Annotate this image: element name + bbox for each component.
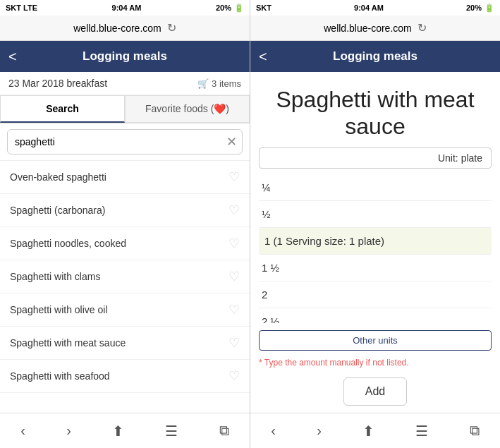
left-url-text: welld.blue-core.com	[73, 23, 161, 34]
right-time: 9:04 AM	[354, 4, 384, 12]
favorite-icon[interactable]: ♡	[228, 335, 240, 351]
tab-search[interactable]: Search	[0, 95, 125, 123]
favorite-icon[interactable]: ♡	[228, 169, 240, 185]
right-bookmarks-button[interactable]: ☰	[415, 423, 428, 440]
serving-item[interactable]: ½	[259, 201, 492, 228]
meal-header: 23 Mar 2018 breakfast 🛒 3 items	[0, 72, 250, 95]
tabs-button[interactable]: ⧉	[219, 423, 229, 439]
serving-label: 2 ½	[262, 315, 279, 323]
list-item[interactable]: Spaghetti with clams ♡	[0, 260, 250, 293]
clear-search-button[interactable]: ✕	[226, 134, 237, 150]
right-carrier: SKT	[256, 4, 272, 12]
favorite-icon[interactable]: ♡	[228, 236, 240, 251]
type-note: * Type the amount manually if not listed…	[250, 355, 500, 370]
serving-label: 1 ½	[262, 262, 279, 274]
meal-items: 🛒 3 items	[197, 78, 241, 89]
left-nav-title: Logging meals	[83, 49, 167, 63]
left-battery-area: 20% 🔋	[216, 4, 244, 13]
add-button[interactable]: Add	[343, 377, 407, 406]
meal-date: 23 Mar 2018 breakfast	[8, 78, 107, 89]
left-back-button[interactable]: <	[8, 49, 17, 65]
back-nav-button[interactable]: ‹	[20, 423, 25, 439]
share-button[interactable]: ⬆	[112, 423, 124, 440]
food-item-name: Spaghetti with meat sauce	[10, 337, 126, 349]
list-item[interactable]: Spaghetti noodles, cooked ♡	[0, 227, 250, 260]
serving-label: ½	[262, 208, 271, 220]
food-item-name: Spaghetti with olive oil	[10, 304, 108, 315]
food-item-name: Oven-baked spaghetti	[10, 171, 106, 183]
left-nav-bar: < Logging meals	[0, 41, 250, 72]
list-item[interactable]: Oven-baked spaghetti ♡	[0, 161, 250, 194]
list-item[interactable]: Spaghetti (carbonara) ♡	[0, 194, 250, 227]
left-time: 9:04 AM	[112, 4, 142, 12]
tabs-container: Search Favorite foods (❤️)	[0, 95, 250, 123]
favorite-icon[interactable]: ♡	[228, 202, 240, 218]
list-item[interactable]: Spaghetti with meat sauce ♡	[0, 327, 250, 360]
serving-label: ¼	[262, 181, 271, 193]
right-nav-bar: < Logging meals	[250, 41, 500, 72]
serving-label: 1 (1 Serving size: 1 plate)	[264, 235, 384, 247]
search-container: ✕	[0, 123, 250, 161]
right-bottom-nav: ‹ › ⬆ ☰ ⧉	[250, 413, 500, 448]
serving-item-selected[interactable]: 1 (1 Serving size: 1 plate)	[259, 228, 492, 255]
food-item-name: Spaghetti (carbonara)	[10, 205, 105, 216]
favorite-icon[interactable]: ♡	[228, 269, 240, 284]
battery-icon: 🔋	[234, 4, 244, 13]
food-item-name: Spaghetti noodles, cooked	[10, 238, 126, 249]
food-item-name: Spaghetti with clams	[10, 271, 100, 282]
favorite-icon[interactable]: ♡	[228, 368, 240, 384]
list-item[interactable]: Spaghetti with seafood ♡	[0, 360, 250, 393]
right-reload-icon[interactable]: ↻	[417, 21, 427, 35]
right-share-button[interactable]: ⬆	[362, 423, 374, 440]
cart-icon: 🛒	[197, 78, 209, 89]
food-item-name: Spaghetti with seafood	[10, 370, 110, 382]
right-battery-area: 20% 🔋	[466, 4, 494, 13]
right-battery: 20%	[466, 4, 482, 12]
left-status-bar: SKT LTE 9:04 AM 20% 🔋	[0, 0, 250, 16]
serving-item[interactable]: ¼	[259, 174, 492, 201]
forward-nav-button[interactable]: ›	[66, 423, 71, 439]
right-panel: SKT 9:04 AM 20% 🔋 welld.blue-core.com ↻ …	[250, 0, 500, 448]
left-reload-icon[interactable]: ↻	[167, 21, 176, 35]
food-list: Oven-baked spaghetti ♡ Spaghetti (carbon…	[0, 161, 250, 413]
right-forward-nav-button[interactable]: ›	[317, 423, 322, 439]
bookmarks-button[interactable]: ☰	[165, 423, 178, 440]
serving-item[interactable]: 1 ½	[259, 255, 492, 281]
serving-list: ¼ ½ 1 (1 Serving size: 1 plate) 1 ½ 2 2 …	[250, 174, 500, 323]
right-url-text: welld.blue-core.com	[324, 23, 412, 34]
right-url-bar: welld.blue-core.com ↻	[250, 16, 500, 41]
right-back-button[interactable]: <	[259, 49, 267, 65]
search-wrapper: ✕	[7, 129, 243, 155]
right-nav-title: Logging meals	[333, 49, 417, 63]
serving-label: 2	[262, 289, 267, 301]
serving-item[interactable]: 2 ½	[259, 308, 492, 323]
unit-header: Unit: plate	[259, 147, 492, 169]
list-item[interactable]: Spaghetti with olive oil ♡	[0, 293, 250, 327]
search-input[interactable]	[7, 129, 243, 155]
right-status-bar: SKT 9:04 AM 20% 🔋	[250, 0, 500, 16]
right-battery-icon: 🔋	[484, 4, 494, 13]
left-panel: SKT LTE 9:04 AM 20% 🔋 welld.blue-core.co…	[0, 0, 250, 448]
other-units-button[interactable]: Other units	[259, 330, 492, 351]
left-carrier: SKT LTE	[6, 4, 37, 12]
tab-favorite-foods[interactable]: Favorite foods (❤️)	[125, 95, 250, 123]
right-back-nav-button[interactable]: ‹	[271, 423, 276, 439]
left-bottom-nav: ‹ › ⬆ ☰ ⧉	[0, 413, 250, 448]
food-detail-title: Spaghetti with meat sauce	[250, 72, 500, 147]
right-tabs-button[interactable]: ⧉	[470, 423, 480, 439]
serving-item[interactable]: 2	[259, 281, 492, 308]
favorite-icon[interactable]: ♡	[228, 302, 240, 317]
meal-items-count: 3 items	[212, 78, 241, 89]
left-battery: 20%	[216, 4, 231, 12]
left-url-bar: welld.blue-core.com ↻	[0, 16, 250, 41]
